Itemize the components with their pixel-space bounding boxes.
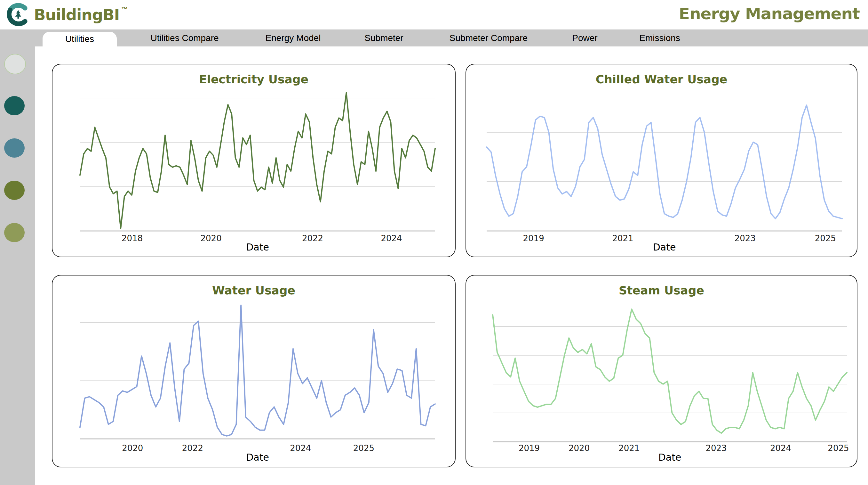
x-tick-label: 2025 <box>353 444 374 453</box>
sidebar-palette-dot-3[interactable] <box>4 138 25 158</box>
tab-utilities-compare[interactable]: Utilities Compare <box>150 29 219 47</box>
chart-card-steam: Steam Usage 201920202021202320242025Date <box>466 275 858 467</box>
x-tick-label: 2021 <box>618 444 640 453</box>
water-chart: 2020202220242025Date <box>53 276 455 467</box>
x-tick-label: 2020 <box>122 444 143 453</box>
x-tick-label: 2025 <box>815 233 836 243</box>
chart-card-chilled-water: Chilled Water Usage 2019202120232025Date <box>466 64 858 257</box>
x-tick-label: 2023 <box>735 233 756 243</box>
chilled-water-chart: 2019202120232025Date <box>466 64 857 257</box>
x-axis-label: Date <box>653 241 676 253</box>
steam-chart: 201920202021202320242025Date <box>466 276 857 467</box>
tab-submeter[interactable]: Submeter <box>364 29 403 47</box>
x-tick-label: 2020 <box>568 444 590 453</box>
electricity-chart: 2018202020222024Date <box>53 64 455 257</box>
chart-card-water: Water Usage 2020202220242025Date <box>52 275 456 467</box>
x-axis-label: Date <box>246 241 269 253</box>
tab-submeter-compare[interactable]: Submeter Compare <box>450 29 528 47</box>
brand-name: BuildingBI <box>34 6 119 24</box>
app-header: BuildingBI ™ Energy Management <box>0 0 868 29</box>
sidebar-palette-dot-4[interactable] <box>4 181 25 200</box>
x-tick-label: 2025 <box>828 444 849 453</box>
x-axis-label: Date <box>658 452 681 463</box>
x-tick-label: 2024 <box>770 444 791 453</box>
x-axis-label: Date <box>246 452 269 463</box>
x-tick-label: 2024 <box>290 444 311 453</box>
x-tick-label: 2018 <box>122 233 143 243</box>
x-tick-label: 2024 <box>381 233 402 243</box>
x-tick-label: 2023 <box>706 444 726 453</box>
logo-icon <box>6 3 29 27</box>
app-logo[interactable]: BuildingBI ™ <box>6 2 128 28</box>
chart-card-electricity: Electricity Usage 2018202020222024Date <box>52 64 456 257</box>
sidebar-palette-dot-5[interactable] <box>4 223 25 242</box>
x-tick-label: 2022 <box>302 233 323 243</box>
x-tick-label: 2021 <box>612 233 633 243</box>
tab-utilities[interactable]: Utilities <box>42 32 117 47</box>
trademark: ™ <box>121 6 128 13</box>
sidebar-palette-dot-1[interactable] <box>4 54 26 74</box>
tab-bar <box>0 29 868 47</box>
x-tick-label: 2020 <box>200 233 222 243</box>
tab-power[interactable]: Power <box>572 29 597 47</box>
x-tick-label: 2019 <box>523 233 544 243</box>
tab-emissions[interactable]: Emissions <box>639 29 680 47</box>
x-tick-label: 2022 <box>182 444 203 453</box>
tab-energy-model[interactable]: Energy Model <box>266 29 321 47</box>
x-tick-label: 2019 <box>519 444 540 453</box>
sidebar-palette-dot-2[interactable] <box>4 96 25 115</box>
page-title: Energy Management <box>679 4 860 23</box>
